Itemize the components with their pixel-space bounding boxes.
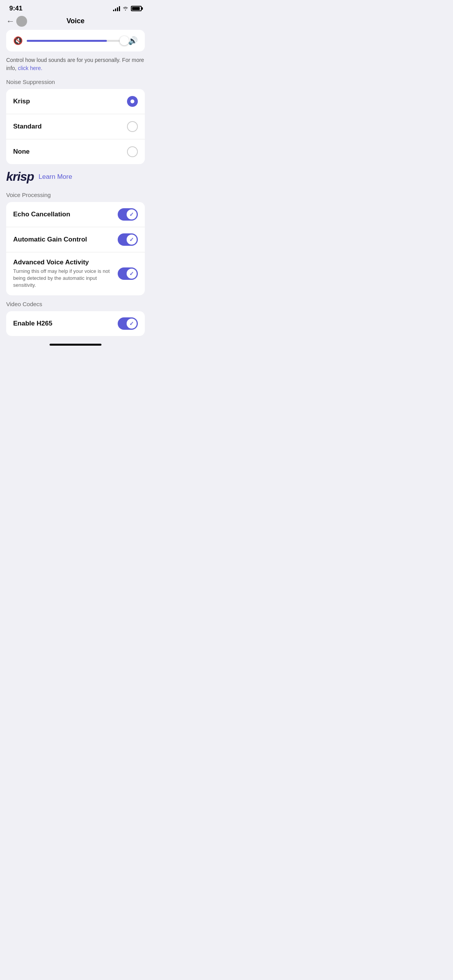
video-codecs-label: Video Codecs — [6, 301, 145, 307]
advanced-voice-activity-knob: ✓ — [127, 269, 137, 279]
battery-icon — [131, 6, 142, 11]
enable-h265-knob: ✓ — [127, 319, 137, 329]
status-bar: 9:41 — [0, 0, 151, 14]
check-icon-agc: ✓ — [129, 236, 134, 243]
volume-slider-thumb[interactable] — [120, 36, 129, 45]
noise-suppression-card: Krisp Standard None — [6, 89, 145, 164]
check-icon: ✓ — [129, 211, 134, 218]
echo-cancellation-text: Echo Cancellation — [13, 211, 118, 218]
krisp-logo: krisp — [6, 170, 34, 184]
video-codecs-card: Enable H265 ✓ — [6, 311, 145, 336]
krisp-option-label: Krisp — [13, 98, 30, 105]
enable-h265-title: Enable H265 — [13, 320, 113, 327]
standard-option[interactable]: Standard — [6, 114, 145, 139]
automatic-gain-control-toggle[interactable]: ✓ — [118, 233, 138, 246]
wifi-icon — [122, 6, 129, 11]
none-option-label: None — [13, 148, 30, 156]
volume-card: 🔇 🔊 — [6, 30, 145, 51]
advanced-voice-activity-toggle[interactable]: ✓ — [118, 267, 138, 280]
home-indicator — [50, 344, 101, 346]
enable-h265-text: Enable H265 — [13, 320, 118, 327]
automatic-gain-control-title: Automatic Gain Control — [13, 236, 113, 243]
volume-icon: 🔊 — [128, 36, 138, 45]
noise-suppression-label: Noise Suppression — [6, 79, 145, 85]
click-here-link[interactable]: click here. — [18, 65, 42, 71]
learn-more-link[interactable]: Learn More — [38, 173, 72, 181]
echo-cancellation-item: Echo Cancellation ✓ — [6, 202, 145, 227]
advanced-voice-activity-title: Advanced Voice Activity — [13, 259, 113, 266]
standard-radio-button[interactable] — [127, 121, 138, 132]
volume-slider[interactable] — [27, 40, 124, 42]
header: ← Voice — [0, 14, 151, 30]
voice-processing-card: Echo Cancellation ✓ Automatic Gain Contr… — [6, 202, 145, 295]
signal-bars-icon — [113, 6, 120, 11]
advanced-voice-activity-text: Advanced Voice Activity Turning this off… — [13, 259, 118, 289]
standard-option-label: Standard — [13, 123, 42, 130]
back-circle-icon — [16, 16, 27, 27]
echo-cancellation-toggle[interactable]: ✓ — [118, 208, 138, 221]
back-arrow-icon: ← — [6, 17, 15, 26]
check-icon-h265: ✓ — [129, 320, 134, 327]
krisp-branding: krisp Learn More — [6, 170, 145, 184]
mute-icon: 🔇 — [13, 36, 23, 45]
automatic-gain-control-item: Automatic Gain Control ✓ — [6, 227, 145, 252]
echo-cancellation-knob: ✓ — [127, 209, 137, 219]
voice-processing-label: Voice Processing — [6, 192, 145, 198]
none-option[interactable]: None — [6, 139, 145, 164]
volume-row: 🔇 🔊 — [13, 36, 138, 45]
check-icon-ava: ✓ — [129, 271, 134, 277]
enable-h265-toggle[interactable]: ✓ — [118, 317, 138, 330]
krisp-option[interactable]: Krisp — [6, 89, 145, 114]
echo-cancellation-title: Echo Cancellation — [13, 211, 113, 218]
advanced-voice-activity-item: Advanced Voice Activity Turning this off… — [6, 252, 145, 295]
page-title: Voice — [67, 17, 85, 25]
back-button[interactable]: ← — [6, 16, 27, 27]
enable-h265-item: Enable H265 ✓ — [6, 311, 145, 336]
automatic-gain-control-knob: ✓ — [127, 235, 137, 245]
krisp-radio-button[interactable] — [127, 96, 138, 107]
status-time: 9:41 — [9, 5, 22, 12]
none-radio-button[interactable] — [127, 146, 138, 157]
volume-description: Control how loud sounds are for you pers… — [6, 56, 145, 72]
automatic-gain-control-text: Automatic Gain Control — [13, 236, 118, 243]
content-area: 🔇 🔊 Control how loud sounds are for you … — [0, 30, 151, 336]
volume-slider-fill — [27, 40, 107, 42]
status-icons — [113, 6, 142, 11]
advanced-voice-activity-subtitle: Turning this off may help if your voice … — [13, 268, 113, 289]
